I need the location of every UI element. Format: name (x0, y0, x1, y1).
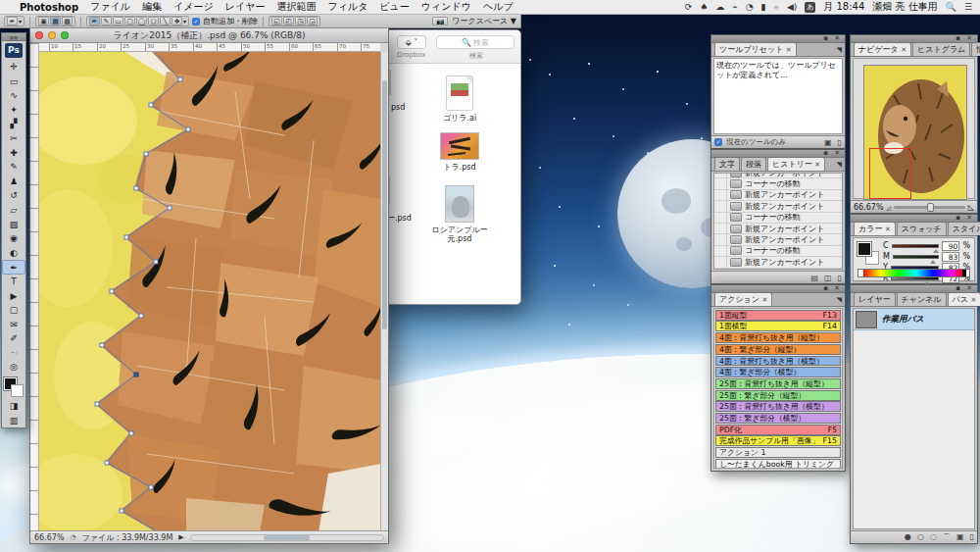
panel-collapse-close-icons[interactable]: ▪ ✕ (956, 284, 974, 292)
tab-tool-presets[interactable]: ツールプリセット ✕ (714, 42, 797, 57)
panel-menu-icon[interactable]: ◥ (837, 46, 845, 56)
status-network-icon[interactable]: ⌁ (732, 2, 737, 12)
polygon-tool-button[interactable]: ⬠ (148, 17, 159, 25)
new-document-from-state-icon[interactable]: ▤ (810, 274, 818, 282)
action-button[interactable]: 1面縦型F13 (715, 310, 841, 321)
zoom-in-icon[interactable]: ◺ (968, 203, 974, 212)
path-intersect-button[interactable]: ◳ (295, 17, 306, 25)
type-tool[interactable]: T (2, 275, 25, 289)
ellipse-tool-button[interactable]: ◯ (136, 17, 147, 25)
file-item-russian-blue[interactable]: ロシアンブルー元.psd (426, 185, 493, 243)
panel-collapse-close-icons[interactable]: ▪ ✕ (823, 284, 842, 292)
clone-stamp-tool[interactable]: ♟ (2, 175, 25, 189)
tab-paths[interactable]: パス ✕ (948, 292, 980, 307)
menu-edit[interactable]: 編集 (142, 0, 162, 14)
spotlight-search-icon[interactable]: 🔍 (946, 2, 956, 12)
history-step[interactable]: 新規アンカーポイント (714, 224, 842, 234)
dropbox-toolbar-button[interactable]: ⬙ ˅ (397, 35, 426, 49)
history-step[interactable]: 新規アンカーポイント (714, 201, 842, 212)
history-step[interactable]: コーナーの移動 (714, 246, 842, 257)
panel-drag-bar[interactable]: ▪ ✕ (851, 35, 977, 43)
path-subtract-button[interactable]: ◰ (283, 17, 294, 25)
canvas-lion-artwork[interactable] (39, 52, 381, 532)
magenta-slider[interactable] (893, 255, 939, 259)
color-swatches[interactable] (4, 377, 24, 397)
photoshop-document-window[interactable]: ライオン2015（補正）.psd @ 66.7% (RGB/8) 10 15 2… (29, 27, 389, 544)
history-step[interactable]: 新規アンカーポイント (714, 269, 842, 270)
menu-clock[interactable]: 月 18:44 (823, 0, 864, 14)
panel-drag-bar[interactable]: ▪ ✕ (711, 35, 845, 43)
brush-tool[interactable]: ✎ (2, 160, 25, 175)
line-tool-button[interactable]: ╲ (160, 17, 171, 25)
toolbox-grip[interactable]: ●● (2, 33, 25, 41)
notes-tool[interactable]: ✉ (2, 318, 25, 332)
pen-tool-button[interactable]: ✒ (89, 17, 100, 25)
action-button[interactable]: 4面：繋ぎ部分（縦型） (715, 344, 841, 355)
action-button[interactable]: 25面：背景打ち抜き用（縦型） (715, 378, 841, 389)
tab-paragraph[interactable]: 段落 (741, 157, 766, 172)
trash-icon[interactable]: ▯ (970, 532, 974, 543)
action-button[interactable]: 完成作品サンプル用「画像」F15 (715, 435, 841, 446)
file-item-tiger[interactable]: トラ.psd (430, 132, 489, 172)
hand-tool[interactable]: ☜ (2, 346, 25, 361)
magic-wand-tool[interactable]: ✦ (2, 103, 25, 118)
dodge-tool[interactable]: ◐ (2, 246, 25, 261)
fill-pixels-button[interactable]: ▩ (62, 17, 73, 25)
tab-history[interactable]: ヒストリー ✕ (767, 157, 825, 172)
tab-histogram[interactable]: ヒストグラム (912, 42, 970, 57)
panel-drag-bar[interactable]: ▪ ✕ (851, 285, 977, 293)
horizontal-scrollbar[interactable] (190, 534, 384, 541)
panel-collapse-close-icons[interactable]: ▪ ✕ (956, 214, 974, 222)
cyan-value-field[interactable]: 90 (942, 241, 959, 251)
shape-dropdown-arrow[interactable]: ▾ (183, 18, 186, 25)
tab-navigator[interactable]: ナビゲータ ✕ (854, 42, 911, 57)
menu-file[interactable]: ファイル (90, 0, 130, 14)
healing-brush-tool[interactable]: ✚ (2, 146, 25, 161)
menu-image[interactable]: イメージ (173, 0, 214, 14)
quick-mask-button[interactable]: ◨ (2, 399, 25, 414)
stroke-path-icon[interactable]: ○ (917, 532, 924, 543)
panel-collapse-close-icons[interactable]: ▪ ✕ (823, 149, 842, 157)
screen-mode-button[interactable]: ▥ (2, 414, 25, 428)
action-button[interactable]: 4面：背景打ち抜き用（横型） (715, 356, 841, 367)
status-clock-icon[interactable]: ◔ (746, 2, 754, 12)
shape-tool[interactable]: ▢ (2, 303, 25, 318)
path-selection-tool[interactable]: ▶ (2, 289, 25, 304)
tab-info[interactable]: 情報 (971, 42, 980, 57)
document-title-bar[interactable]: ライオン2015（補正）.psd @ 66.7% (RGB/8) (30, 28, 388, 43)
status-battery-icon[interactable]: ▮ (761, 2, 766, 12)
path-add-button[interactable]: ◱ (271, 17, 282, 25)
new-snapshot-icon[interactable]: ◫ (824, 274, 832, 282)
input-source-icon[interactable]: あ (805, 2, 815, 13)
panel-menu-icon[interactable]: ◥ (837, 296, 845, 306)
fill-path-icon[interactable]: ● (905, 532, 911, 543)
action-button[interactable]: PDF化F5 (715, 425, 841, 435)
magenta-value-field[interactable]: 83 (942, 252, 959, 262)
panel-collapse-close-icons[interactable]: ▪ ✕ (823, 34, 842, 42)
file-item-gorilla[interactable]: ゴリラ.ai (430, 75, 489, 123)
tool-preset-picker[interactable]: ✒▾ (4, 16, 24, 26)
navigator-view-rectangle[interactable] (869, 148, 911, 199)
navigator-zoom-value[interactable]: 66.67% (854, 203, 884, 212)
history-step[interactable]: コーナーの移動 (714, 213, 842, 224)
move-tool[interactable]: ✛ (2, 60, 25, 75)
status-wifi-icon[interactable]: ⌔ (774, 2, 779, 13)
tab-character[interactable]: 文字 (714, 157, 740, 172)
status-volume-icon[interactable]: ◀) (787, 2, 797, 12)
new-preset-icon[interactable]: ▣ (824, 138, 832, 147)
zoom-tool[interactable]: ◎ (2, 360, 25, 375)
rectangle-tool-button[interactable]: ▭ (113, 17, 123, 25)
zoom-slider[interactable] (894, 206, 965, 209)
app-menu-photoshop[interactable]: Photoshop (20, 2, 78, 13)
panel-drag-bar[interactable]: ▪ ✕ (711, 285, 845, 293)
status-menu-icon[interactable]: ◔ (71, 533, 76, 541)
auto-add-delete-checkbox[interactable]: ✓ (192, 18, 200, 25)
action-button[interactable]: アクション 1 (715, 447, 841, 458)
action-button[interactable]: 25面：背景打ち抜き用（横型） (715, 401, 841, 412)
status-sync-icon[interactable]: ⟳ (685, 2, 693, 12)
background-color[interactable] (11, 384, 24, 397)
crop-tool[interactable]: ▞ (2, 117, 25, 131)
tab-channels[interactable]: チャンネル (897, 292, 947, 307)
color-fg-bg-swatches[interactable] (858, 242, 879, 268)
history-step[interactable]: 新規アンカーポイント (714, 234, 842, 245)
